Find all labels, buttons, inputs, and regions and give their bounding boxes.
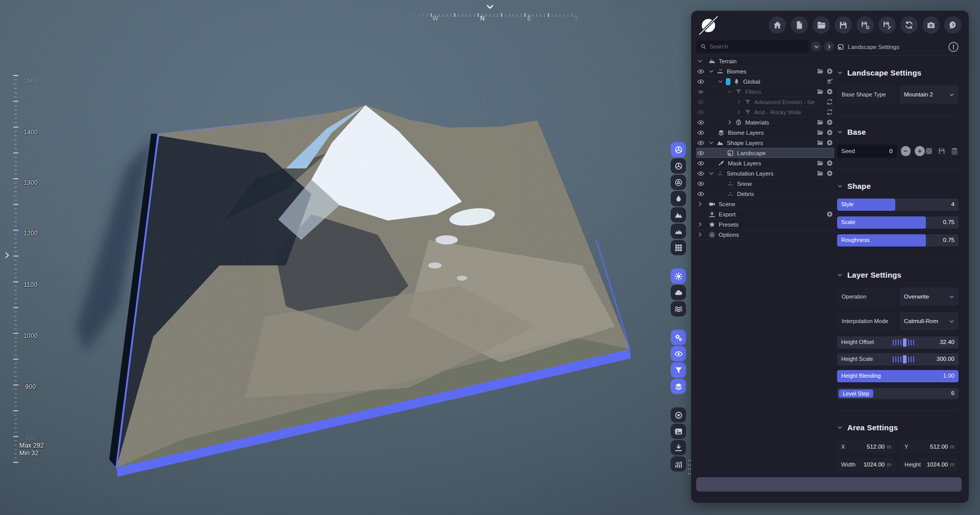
tree-item-landscape[interactable]: Landscape bbox=[696, 148, 834, 158]
visibility-toggle-icon[interactable] bbox=[697, 160, 704, 167]
operation-dropdown[interactable]: Overwrite bbox=[900, 287, 959, 306]
section-header-landscape-settings[interactable]: Landscape Settings bbox=[837, 68, 959, 77]
roughness-slider[interactable]: Roughness0.75 bbox=[837, 234, 959, 247]
dice-icon[interactable] bbox=[925, 147, 933, 155]
chevron-right-icon[interactable] bbox=[736, 99, 742, 105]
tree-item-biomes[interactable]: Biomes bbox=[696, 66, 834, 77]
add-action-icon[interactable] bbox=[826, 119, 833, 126]
mountain-view-button[interactable] bbox=[671, 207, 686, 223]
folder-action-icon[interactable] bbox=[817, 88, 823, 95]
tree-item-global[interactable]: Global bbox=[696, 77, 834, 87]
tree-item-export[interactable]: Export bbox=[696, 209, 834, 219]
visibility-toggle-icon[interactable] bbox=[697, 119, 704, 126]
tree-item-options[interactable]: Options bbox=[696, 230, 834, 240]
chevron-right-icon[interactable] bbox=[736, 109, 742, 115]
add-action-icon[interactable] bbox=[826, 211, 833, 217]
y-field[interactable]: Y512.00m bbox=[900, 440, 959, 453]
visibility-toggle-icon[interactable] bbox=[697, 170, 704, 177]
sun-light-button[interactable] bbox=[671, 268, 686, 284]
chevron-down-icon[interactable] bbox=[697, 58, 703, 64]
screenshot-button[interactable] bbox=[922, 16, 940, 34]
section-header-base[interactable]: Base bbox=[837, 128, 959, 136]
add-action-icon[interactable] bbox=[826, 160, 833, 166]
chevron-right-icon[interactable] bbox=[697, 222, 703, 227]
decrement-button[interactable] bbox=[901, 146, 911, 156]
help-button[interactable]: ? bbox=[944, 16, 962, 34]
stats-button[interactable] bbox=[671, 456, 686, 472]
water-button[interactable] bbox=[671, 191, 686, 206]
auto-process-button[interactable] bbox=[671, 330, 686, 345]
record-button[interactable] bbox=[671, 407, 686, 423]
reload-button[interactable] bbox=[900, 16, 918, 34]
add-action-icon[interactable] bbox=[826, 139, 833, 146]
chevron-right-icon[interactable] bbox=[727, 119, 732, 125]
refresh-action-icon[interactable] bbox=[826, 109, 833, 115]
orbit-camera-button[interactable] bbox=[671, 142, 686, 157]
tree-item-advanced-erosion[interactable]: Advanced Erosion - Se bbox=[696, 97, 834, 107]
interpolation-mode-dropdown[interactable]: Catmull-Rom bbox=[900, 312, 959, 330]
tree-item-scene[interactable]: Scene bbox=[696, 199, 834, 209]
tree-item-presets[interactable]: Presets bbox=[696, 219, 834, 230]
save-as-button[interactable] bbox=[856, 16, 874, 34]
folder-action-icon[interactable] bbox=[817, 68, 823, 75]
folder-action-icon[interactable] bbox=[817, 129, 823, 136]
visibility-toggle-icon[interactable] bbox=[697, 109, 704, 116]
seed-input[interactable]: Seed0 bbox=[837, 144, 897, 158]
save-small-icon[interactable] bbox=[938, 147, 946, 155]
chevron-right-icon[interactable] bbox=[697, 201, 703, 207]
folder-action-icon[interactable] bbox=[817, 170, 823, 177]
tree-item-filters[interactable]: Filters bbox=[696, 87, 834, 97]
folder-action-icon[interactable] bbox=[817, 160, 823, 166]
x-field[interactable]: X512.00m bbox=[837, 440, 895, 453]
visibility-toggle-icon[interactable] bbox=[697, 99, 704, 106]
info-button[interactable] bbox=[948, 42, 959, 52]
terrain-render[interactable] bbox=[0, 0, 691, 515]
search-input[interactable] bbox=[709, 43, 804, 50]
search-prev-button[interactable] bbox=[811, 41, 821, 52]
tree-item-shape-layers[interactable]: Shape Layers bbox=[696, 138, 834, 148]
visibility-toggle-icon[interactable] bbox=[697, 88, 704, 95]
tree-item-materials[interactable]: Materials bbox=[696, 117, 834, 128]
tree-item-simulation-layers[interactable]: Simulation Layers bbox=[696, 168, 834, 179]
visibility-toggle-icon[interactable] bbox=[697, 139, 704, 146]
tree-item-biome-layers[interactable]: Biome Layers bbox=[696, 128, 834, 138]
search-next-button[interactable] bbox=[824, 41, 834, 52]
add-action-icon[interactable] bbox=[826, 88, 833, 95]
snapshot-image-button[interactable] bbox=[671, 424, 686, 439]
height-blending-slider[interactable]: Height Blending1.00 bbox=[837, 370, 959, 382]
folder-action-icon[interactable] bbox=[817, 139, 823, 146]
height-offset-scrubber[interactable]: Height Offset32.40 bbox=[837, 336, 959, 349]
visibility-toggle-icon[interactable] bbox=[697, 190, 704, 198]
tree-item-mask-layers[interactable]: Mask Layers bbox=[696, 158, 834, 168]
visibility-toggle-icon[interactable] bbox=[697, 150, 704, 157]
layers-add-action-icon[interactable] bbox=[826, 78, 833, 85]
save-edit-button[interactable] bbox=[878, 16, 896, 34]
stack-icon[interactable] bbox=[950, 147, 959, 155]
level-step-stepper[interactable]: Level Step6 bbox=[837, 388, 959, 399]
visibility-button[interactable] bbox=[671, 346, 686, 361]
increment-button[interactable] bbox=[915, 146, 925, 156]
chevron-down-icon[interactable] bbox=[708, 68, 714, 74]
layers-view-button[interactable] bbox=[671, 379, 686, 394]
open-file-button[interactable] bbox=[813, 16, 830, 34]
grid-view-button[interactable] bbox=[671, 240, 686, 255]
section-header-area-settings[interactable]: Area Settings bbox=[837, 423, 959, 432]
chevron-down-icon[interactable] bbox=[718, 79, 723, 84]
scale-slider[interactable]: Scale0.75 bbox=[837, 216, 959, 229]
visibility-toggle-icon[interactable] bbox=[697, 129, 704, 136]
save-button[interactable] bbox=[835, 16, 852, 34]
section-header-shape[interactable]: Shape bbox=[837, 182, 959, 190]
base-shape-type-dropdown[interactable]: Mountain 2 bbox=[900, 85, 959, 104]
chevron-down-icon[interactable] bbox=[708, 170, 714, 176]
add-action-icon[interactable] bbox=[826, 170, 833, 177]
panel-expander-button[interactable] bbox=[3, 250, 11, 260]
style-slider[interactable]: Style4 bbox=[837, 199, 959, 211]
tree-item-arid-rocky-wide[interactable]: Arid - Rocky Wide bbox=[696, 107, 834, 117]
new-file-button[interactable] bbox=[791, 16, 808, 34]
section-header-layer-settings[interactable]: Layer Settings bbox=[837, 271, 959, 279]
tree-item-terrain[interactable]: Terrain bbox=[696, 56, 834, 66]
folder-action-icon[interactable] bbox=[817, 119, 823, 126]
chevron-down-icon[interactable] bbox=[708, 140, 714, 145]
height-field[interactable]: Height1024.00m bbox=[900, 458, 959, 471]
filter-view-button[interactable] bbox=[671, 362, 686, 378]
